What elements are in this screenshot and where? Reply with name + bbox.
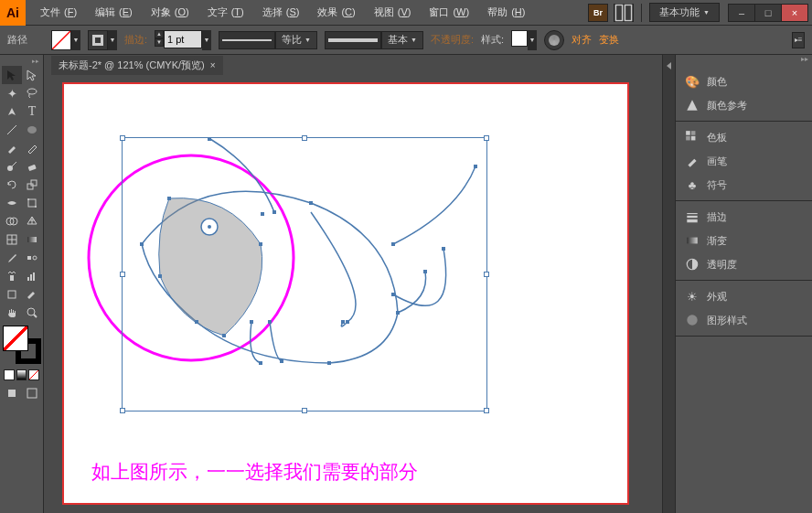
free-transform-tool[interactable] <box>22 194 42 212</box>
panel-transparency[interactable]: 透明度 <box>676 252 812 276</box>
panel-swatches[interactable]: 色板 <box>676 125 812 149</box>
svg-point-64 <box>687 315 697 325</box>
symbol-sprayer-tool[interactable] <box>2 267 22 285</box>
stroke-dropdown[interactable]: ▼ <box>108 30 117 50</box>
menu-edit[interactable]: 编辑(E) <box>88 4 136 21</box>
transform-link[interactable]: 变换 <box>599 33 619 47</box>
panel-symbols[interactable]: ♣符号 <box>676 173 812 197</box>
document-tab[interactable]: 未标题-2* @ 121% (CMYK/预览) × <box>51 56 223 75</box>
paintbrush-tool[interactable] <box>2 139 22 157</box>
menu-file[interactable]: 文件(F) <box>33 4 80 21</box>
tab-close[interactable]: × <box>210 60 216 70</box>
stroke-label[interactable]: 描边: <box>124 33 147 47</box>
selection-tool[interactable] <box>2 66 22 84</box>
none-mode[interactable] <box>28 369 39 380</box>
type-tool[interactable]: T <box>22 102 42 121</box>
align-link[interactable]: 对齐 <box>572 33 592 47</box>
window-close[interactable]: × <box>781 4 808 22</box>
menu-window[interactable]: 窗口(W) <box>422 4 473 21</box>
menu-select[interactable]: 选择(S) <box>255 4 304 21</box>
app-logo: Ai <box>0 0 26 26</box>
zoom-tool[interactable] <box>22 304 42 322</box>
appearance-icon: ☀ <box>685 289 700 304</box>
blend-tool[interactable] <box>22 249 42 267</box>
gradient-tool[interactable] <box>22 230 42 249</box>
stroke-weight-dropdown[interactable]: ▼ <box>202 30 211 50</box>
workspace-dropdown[interactable]: 基本功能▼ <box>649 3 720 22</box>
palette-icon: 🎨 <box>685 74 700 89</box>
window-maximize[interactable]: □ <box>754 4 782 22</box>
lasso-tool[interactable] <box>22 84 42 102</box>
panel-expand-icon[interactable]: ▸▸ <box>801 55 808 66</box>
panel-color-guide[interactable]: 颜色参考 <box>676 93 812 117</box>
shape-builder-tool[interactable] <box>2 212 22 230</box>
perspective-tool[interactable] <box>22 212 42 230</box>
mesh-tool[interactable] <box>2 230 22 249</box>
stroke-weight-input[interactable]: 1 pt <box>164 30 202 48</box>
fill-stroke-control[interactable] <box>3 326 41 364</box>
fill-swatch[interactable] <box>51 30 71 50</box>
normal-mode[interactable] <box>2 384 22 402</box>
fill-dropdown[interactable]: ▼ <box>71 30 80 50</box>
width-profile-dropdown[interactable]: 等比▼ <box>275 31 317 49</box>
line-tool[interactable] <box>2 121 22 139</box>
collapse-icon <box>667 62 671 69</box>
svg-rect-23 <box>33 273 35 281</box>
menu-help[interactable]: 帮助(H) <box>480 4 529 21</box>
bridge-button[interactable]: Br <box>588 4 608 22</box>
color-mode[interactable] <box>4 369 15 380</box>
panel-appearance[interactable]: ☀外观 <box>676 284 812 308</box>
panel-collapse-strip[interactable] <box>662 55 675 513</box>
stroke-icon <box>685 209 700 224</box>
eraser-tool[interactable] <box>22 157 42 176</box>
menu-view[interactable]: 视图(V) <box>367 4 415 21</box>
pencil-tool[interactable] <box>22 139 42 157</box>
fill-color[interactable] <box>3 326 28 351</box>
selection-bounds[interactable] <box>122 137 487 411</box>
caption-text: 如上图所示，一一选择我们需要的部分 <box>91 459 418 485</box>
svg-point-4 <box>27 126 37 134</box>
stroke-swatch[interactable] <box>88 30 108 50</box>
artboard-tool[interactable] <box>2 285 22 304</box>
controlbar-menu[interactable]: ▸≡ <box>792 32 805 48</box>
width-profile[interactable] <box>219 31 275 49</box>
menu-type[interactable]: 文字(T) <box>200 4 248 21</box>
svg-rect-20 <box>10 275 14 281</box>
fullscreen-mode[interactable] <box>22 384 42 402</box>
opacity-label[interactable]: 不透明度: <box>431 33 474 47</box>
scale-tool[interactable] <box>22 176 42 194</box>
menu-object[interactable]: 对象(O) <box>144 4 193 21</box>
arrange-button[interactable] <box>614 4 634 22</box>
brush-def[interactable] <box>325 31 381 49</box>
rotate-tool[interactable] <box>2 176 22 194</box>
pen-tool[interactable] <box>2 102 22 121</box>
shape-tool[interactable] <box>22 121 42 139</box>
graphic-styles-icon <box>685 313 700 327</box>
canvas[interactable]: 如上图所示，一一选择我们需要的部分 <box>62 82 629 505</box>
panel-graphic-styles[interactable]: 图形样式 <box>676 308 812 332</box>
brush-dropdown[interactable]: 基本▼ <box>381 31 423 49</box>
svg-rect-0 <box>615 5 622 20</box>
width-tool[interactable] <box>2 194 22 212</box>
gradient-mode[interactable] <box>16 369 27 380</box>
svg-rect-7 <box>27 184 33 189</box>
eyedropper-tool[interactable] <box>2 249 22 267</box>
magic-wand-tool[interactable]: ✦ <box>2 84 22 102</box>
panel-gradient[interactable]: 渐变 <box>676 229 812 252</box>
menu-effect[interactable]: 效果(C) <box>310 4 358 21</box>
style-dropdown[interactable]: ▼ <box>528 30 537 50</box>
titlebar: Ai 文件(F) 编辑(E) 对象(O) 文字(T) 选择(S) 效果(C) 视… <box>0 0 812 26</box>
direct-selection-tool[interactable] <box>22 66 42 84</box>
panel-brushes[interactable]: 画笔 <box>676 149 812 173</box>
style-swatch[interactable] <box>511 30 528 47</box>
panel-color[interactable]: 🎨颜色 <box>676 69 812 93</box>
recolor-button[interactable] <box>544 30 564 50</box>
blob-brush-tool[interactable] <box>2 157 22 176</box>
brush-icon <box>685 154 700 168</box>
hand-tool[interactable] <box>2 304 22 322</box>
slice-tool[interactable] <box>22 285 42 304</box>
tab-title: 未标题-2* @ 121% (CMYK/预览) <box>59 59 205 72</box>
window-minimize[interactable]: – <box>728 4 755 22</box>
graph-tool[interactable] <box>22 267 42 285</box>
panel-stroke[interactable]: 描边 <box>676 205 812 229</box>
